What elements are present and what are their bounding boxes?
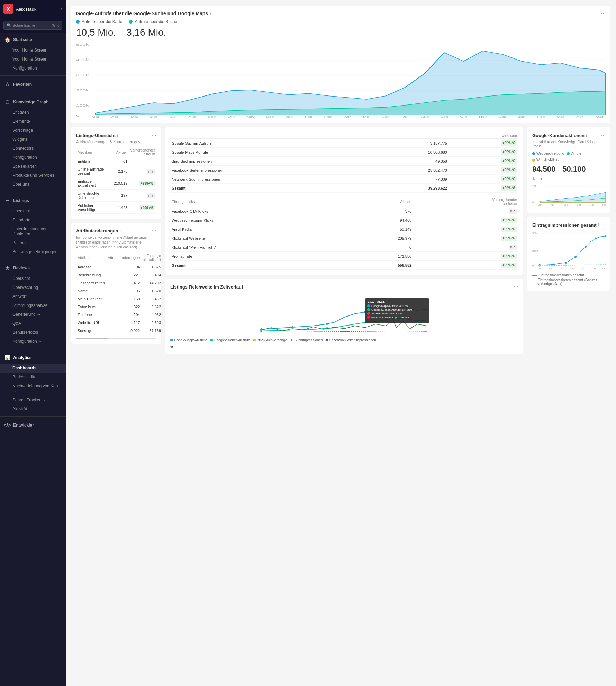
nav-item-beitrag[interactable]: Beitrag [0, 238, 66, 247]
attr-row-changes: 9.922 [106, 327, 142, 335]
attr-row-changes: 221 [106, 271, 142, 279]
gka-legend-anrufe: Anrufe [567, 152, 581, 155]
legend-item-suchen: Google-Suchen-Aufrufe [210, 338, 250, 342]
nav-section-reviews: ★ Reviews Übersicht Überwachung Antwort … [0, 261, 66, 347]
edit-icon[interactable]: ✏ [170, 345, 518, 349]
reichweite-more[interactable]: ··· [514, 284, 518, 290]
listings-uebersicht-info: ℹ [117, 133, 118, 138]
impr-aktuell: 49.358 [369, 157, 449, 166]
nav-item-ueberwachung[interactable]: Überwachung [0, 283, 66, 292]
attr-row: Mein Highlight 168 3.467 [76, 295, 162, 303]
collapse-icon[interactable]: ‹ [61, 6, 62, 12]
nav-item-konfiguration-kg[interactable]: Konfiguration [0, 153, 66, 162]
attr-row-label: Name [76, 287, 106, 295]
impressions-row: Google-Suchen-Aufrufe 3.157.775 +999+% [170, 139, 518, 148]
attr-note: Im Tool selbst vorgenommene Aktualisieru… [76, 235, 156, 250]
impr-delta: +999+% [449, 184, 518, 193]
search-shortcut: ⌘ K [52, 23, 59, 28]
sidebar-header: X Alex Hauk ‹ [0, 0, 66, 18]
svg-text:Mai: Mai [596, 116, 603, 118]
attr-row: Telefone 204 4.062 [76, 311, 162, 319]
legend-dot-bing [253, 339, 256, 341]
svg-text:Jul: Jul [402, 116, 408, 118]
nav-item-entitaeten[interactable]: Entitäten [0, 108, 66, 117]
chevron-down-icon-gka[interactable]: ▼ [540, 177, 543, 181]
nav-reviews[interactable]: ★ Reviews [0, 262, 66, 274]
klicks-label: Gesamt [170, 261, 350, 270]
attr-row-label: Website-URL [76, 319, 106, 327]
listings-row-label: Einträge aktualisiert [76, 177, 112, 190]
nav-item-antwort[interactable]: Antwort [0, 292, 66, 301]
nav-item-konfiguration-startseite[interactable]: Konfiguration [0, 64, 66, 73]
analytics-icon: 📊 [4, 355, 10, 361]
nav-listings[interactable]: ☰ Listings [0, 195, 66, 207]
nav-item-generierung[interactable]: Generierung → [0, 310, 66, 319]
svg-text:Jun: Jun [590, 204, 594, 206]
nav-entwickler[interactable]: </> Entwickler [0, 419, 66, 431]
listings-row-label: Online-Einträge gesamt [76, 165, 112, 177]
svg-point-53 [367, 312, 370, 315]
listings-row-label: Unterdrückte Dubletten [76, 190, 112, 202]
main-chart-more[interactable]: ··· [601, 10, 606, 17]
nav-item-stimmungsanalyse[interactable]: Stimmungsanalyse [0, 301, 66, 310]
legend-dot-facebook [326, 339, 328, 341]
nav-item-search-tracker[interactable]: Search Tracker → [0, 395, 66, 404]
gka-more[interactable]: ··· [601, 132, 606, 138]
eintr-info: ℹ [598, 223, 599, 227]
attr-row-changes: 117 [106, 319, 142, 327]
svg-text:Mär: Mär [537, 267, 542, 270]
gka-dot-weg [532, 152, 535, 155]
gka-legend-website: Website-Klicks [532, 158, 559, 162]
listings-uebersicht-more[interactable]: ··· [152, 132, 156, 138]
nav-item-speisekarten[interactable]: Speisekarten [0, 162, 66, 171]
svg-text:Apr: Apr [576, 116, 583, 118]
attr-row-changes: 322 [106, 303, 142, 311]
nav-item-standorte[interactable]: Standorte [0, 216, 66, 225]
nav-item-reviews-uebersicht[interactable]: Übersicht [0, 274, 66, 283]
quick-search[interactable]: 🔍 Schnellsuche ⌘ K [3, 21, 62, 30]
nav-favoriten[interactable]: ☆ Favoriten [0, 79, 66, 90]
nav-item-aktivitaet[interactable]: Aktivität [0, 404, 66, 413]
listings-row-aktuell: 1.425 [112, 202, 129, 214]
attr-more[interactable]: ··· [152, 228, 156, 234]
listings-icon: ☰ [4, 198, 10, 204]
nav-item-dashboards[interactable]: Dashboards [0, 364, 66, 373]
nav-item-unterdruckung[interactable]: Unterdrückung von Dubletten [0, 225, 66, 238]
nav-item-vorschlaege[interactable]: Vorschläge [0, 126, 66, 135]
nav-item-beitragsgenehmigungen[interactable]: Beitragsgenehmigungen [0, 247, 66, 256]
nav-item-berichtseditor[interactable]: Berichtseditor [0, 373, 66, 382]
svg-text:Mär: Mär [92, 116, 100, 118]
nav-item-home-screen-2[interactable]: Your Home Screen [0, 55, 66, 64]
nav-item-widgets[interactable]: Widgets [0, 135, 66, 144]
nav-item-listings-uebersicht[interactable]: Übersicht [0, 207, 66, 216]
attr-row: Fotoalbum 322 9.822 [76, 303, 162, 311]
col-aktuell: Aktuell [112, 147, 129, 157]
attr-row-label: Beschreibung [76, 271, 106, 279]
main-chart-svg: 500k 400k 300k 200k 100k 0 [76, 42, 606, 118]
attr-row-entries: 1.520 [141, 287, 162, 295]
nav-item-nachverfolgung[interactable]: Nachverfolgung von Kon... → [0, 382, 66, 395]
nav-knowledge-graph[interactable]: ⬡ Knowledge Graph [0, 96, 66, 108]
nav-item-ueber-uns[interactable]: Über uns [0, 180, 66, 189]
nav-item-elemente[interactable]: Elemente [0, 117, 66, 126]
impr-label: Gesamt [170, 184, 369, 193]
nav-item-benutzerfotos[interactable]: Benutzerfotos [0, 328, 66, 337]
svg-text:Nov: Nov [246, 116, 255, 118]
stat-karte: 10,5 Mio. [76, 27, 116, 38]
col-entries: Einträge aktualisiert [141, 253, 162, 263]
col-vorhergehend-klicks: VorhergehenderZeitraum [413, 197, 518, 207]
impressions-row: Facebook-Seitenimpressionen 25.502.470 +… [170, 166, 518, 175]
nav-analytics[interactable]: 📊 Analytics [0, 352, 66, 364]
svg-text:Google-Suchen-Aufrufe: 174.260: Google-Suchen-Aufrufe: 174.260 [371, 308, 412, 311]
eintr-more[interactable]: ··· [601, 222, 606, 228]
attr-table: Attribut Attributänderungen Einträge akt… [76, 253, 162, 335]
gka-kpi1: 94.500 [532, 165, 555, 174]
nav-item-connectors[interactable]: Connectors [0, 144, 66, 153]
nav-item-konfiguration-reviews[interactable]: Konfiguration → [0, 337, 66, 346]
nav-item-home-screen-1[interactable]: Your Home Screen [0, 46, 66, 55]
nav-startseite[interactable]: 🏠 Startseite [0, 34, 66, 46]
klicks-delta: +999+% [413, 261, 518, 270]
svg-text:Okt: Okt [570, 267, 574, 270]
nav-item-produkte-services[interactable]: Produkte und Services [0, 171, 66, 180]
nav-item-qa[interactable]: Q&A [0, 319, 66, 328]
